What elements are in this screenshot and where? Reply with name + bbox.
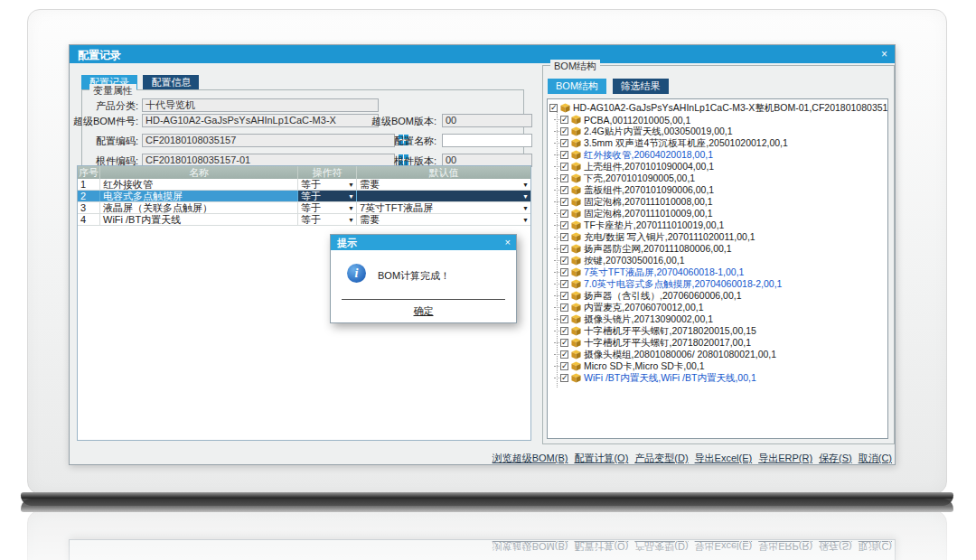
tree-item-label[interactable]: 按键,20703050016,00,1 [584, 255, 685, 266]
checkbox-checked-icon[interactable] [560, 186, 568, 194]
checkbox-checked-icon[interactable] [560, 139, 568, 147]
tree-item-label[interactable]: 红外接收管,20604020018,00,1 [584, 149, 713, 161]
tree-item-label[interactable]: 盖板组件,2070101090006,00,1 [584, 184, 714, 196]
tree-item-label[interactable]: TF卡座垫片,2070111010019,00,1 [584, 219, 724, 231]
tree-item-label[interactable]: 十字槽机牙平头螺钉,20718020017,00,1 [584, 337, 751, 349]
default-value-dropdown[interactable]: 需要▼ [357, 214, 530, 225]
tree-item[interactable]: 下壳,2070101090005,00,1 [548, 173, 887, 184]
checkbox-checked-icon[interactable] [560, 350, 568, 359]
tree-item[interactable]: Micro SD卡,Micro SD卡,00,1 [548, 360, 887, 372]
window-close-icon[interactable]: × [881, 48, 887, 61]
ok-button[interactable]: 确定 [331, 304, 516, 318]
tab-bom-structure[interactable]: BOM结构 [548, 79, 606, 94]
tab-filter-result[interactable]: 筛选结果 [613, 79, 669, 94]
checkbox-checked-icon[interactable] [560, 174, 568, 182]
tree-item[interactable]: 2.4G贴片内置天线,003050019,00,1 [548, 126, 887, 137]
chevron-down-icon[interactable]: ▼ [522, 214, 529, 225]
tree-item[interactable]: PCBA,00112010005,00,1 [548, 114, 887, 126]
config-code-field[interactable]: CF20180108035157 [142, 134, 395, 147]
checkbox-checked-icon[interactable] [560, 163, 568, 171]
tree-item[interactable]: 红外接收管,20604020018,00,1 [548, 149, 887, 161]
operator-dropdown[interactable]: 等于▼ [298, 214, 357, 225]
tree-item-label[interactable]: 扬声器防尘网,2070111080006,00,1 [584, 243, 732, 255]
tree-item-label[interactable]: PCBA,00112010005,00,1 [584, 115, 690, 126]
tree-item[interactable]: 固定泡棉,2070111010008,00,1 [548, 196, 887, 208]
default-value-dropdown[interactable]: 需要▼ [357, 179, 530, 190]
tree-item[interactable]: WiFi /BT内置天线,WiFi /BT内置天线,00,1 [548, 372, 887, 384]
checkbox-checked-icon[interactable] [560, 151, 568, 159]
chevron-down-icon[interactable]: ▼ [348, 191, 354, 201]
checkbox-checked-icon[interactable] [560, 339, 568, 347]
operator-dropdown[interactable]: 等于▼ [298, 179, 357, 190]
footer-link[interactable]: 导出Excel(E) [695, 453, 753, 463]
tree-item[interactable]: 盖板组件,2070101090006,00,1 [548, 184, 887, 196]
checkbox-checked-icon[interactable] [560, 210, 568, 218]
checkbox-checked-icon[interactable] [560, 303, 568, 312]
tree-item[interactable]: 内置麦克,20706070012,00,1 [548, 302, 887, 313]
checkbox-checked-icon[interactable] [560, 257, 568, 265]
chevron-down-icon[interactable]: ▼ [348, 214, 354, 225]
tree-item-label[interactable]: HD-AG10A2-GaJsPsYsAHInLp1CaC-M3-X整机BOM-0… [573, 102, 887, 114]
tree-item-label[interactable]: 十字槽机牙平头螺钉,20718020015,00,15 [584, 325, 756, 337]
footer-link[interactable]: 配置计算(O) [574, 453, 628, 463]
chevron-down-icon[interactable]: ▼ [348, 202, 354, 213]
checkbox-checked-icon[interactable] [549, 104, 558, 112]
config-name-input[interactable] [442, 134, 532, 147]
tree-item[interactable]: 固定泡棉,2070111010009,00,1 [548, 208, 887, 219]
tree-item[interactable]: 十字槽机牙平头螺钉,20718020015,00,15 [548, 325, 887, 337]
tree-item-label[interactable]: 3.5mm 双声道4节沉板耳机座,20501020012,00,1 [584, 137, 788, 149]
tree-item[interactable]: 充电/数据 写入铜片,2070111020011,00,1 [548, 231, 887, 243]
tree-item-label[interactable]: 扬声器（含引线）,20706060006,00,1 [584, 290, 742, 302]
tab-config-info[interactable]: 配置信息 [143, 75, 199, 90]
tree-item[interactable]: TF卡座垫片,2070111010019,00,1 [548, 219, 887, 231]
chevron-down-icon[interactable]: ▼ [522, 191, 529, 201]
footer-link[interactable]: 取消(C) [859, 453, 892, 463]
operator-dropdown[interactable]: 等于▼ [298, 191, 357, 201]
footer-link[interactable]: 保存(S) [819, 453, 852, 463]
footer-link[interactable]: 产品变型(D) [634, 453, 688, 463]
tree-item[interactable]: 3.5mm 双声道4节沉板耳机座,20501020012,00,1 [548, 137, 887, 149]
checkbox-checked-icon[interactable] [560, 374, 568, 382]
checkbox-checked-icon[interactable] [560, 198, 568, 206]
footer-link[interactable]: 浏览超级BOM(B) [493, 453, 568, 463]
default-value-dropdown[interactable]: ▼ [357, 191, 530, 201]
tree-item[interactable]: 7英寸TFT液晶屏,20704060018-1,00,1 [548, 266, 887, 278]
chevron-down-icon[interactable]: ▼ [348, 179, 354, 190]
checkbox-checked-icon[interactable] [560, 127, 568, 135]
tree-item[interactable]: 扬声器防尘网,2070111080006,00,1 [548, 243, 887, 255]
table-row[interactable]: 3 液晶屏（关联多点触屏） 等于▼ 7英寸TFT液晶屏▼ [78, 202, 530, 214]
tree-item-label[interactable]: 充电/数据 写入铜片,2070111020011,00,1 [584, 231, 755, 243]
tree-item[interactable]: 十字槽机牙平头螺钉,20718020017,00,1 [548, 337, 887, 349]
tree-item-label[interactable]: 上壳组件,2070101090004,00,1 [584, 161, 714, 173]
operator-dropdown[interactable]: 等于▼ [298, 202, 357, 213]
checkbox-checked-icon[interactable] [560, 245, 568, 253]
tree-item-label[interactable]: 7英寸TFT液晶屏,20704060018-1,00,1 [584, 266, 744, 278]
tree-item-label[interactable]: 固定泡棉,2070111010008,00,1 [584, 196, 713, 208]
checkbox-checked-icon[interactable] [560, 292, 568, 300]
tree-item[interactable]: HD-AG10A2-GaJsPsYsAHInLp1CaC-M3-X整机BOM-0… [548, 102, 887, 114]
tree-item[interactable]: 摄像头镜片,20713090002,00,1 [548, 313, 887, 325]
checkbox-checked-icon[interactable] [560, 362, 568, 370]
tree-item-label[interactable]: 摄像头模组,20801080006/ 20801080021,00,1 [584, 349, 776, 360]
checkbox-checked-icon[interactable] [560, 116, 568, 124]
tree-item-label[interactable]: 内置麦克,20706070012,00,1 [584, 302, 704, 313]
chevron-down-icon[interactable]: ▼ [522, 179, 529, 190]
tree-item[interactable]: 摄像头模组,20801080006/ 20801080021,00,1 [548, 349, 887, 360]
tree-item-label[interactable]: Micro SD卡,Micro SD卡,00,1 [584, 360, 705, 372]
table-row[interactable]: 1 红外接收管 等于▼ 需要▼ [78, 179, 530, 191]
tree-item-label[interactable]: 7.0英寸电容式多点触摸屏,20704060018-2,00,1 [584, 278, 782, 290]
tree-item-label[interactable]: 2.4G贴片内置天线,003050019,00,1 [584, 126, 733, 137]
checkbox-checked-icon[interactable] [560, 327, 568, 335]
chevron-down-icon[interactable]: ▼ [522, 202, 529, 213]
tree-item-label[interactable]: 固定泡棉,2070111010009,00,1 [584, 208, 713, 219]
tree-item[interactable]: 7.0英寸电容式多点触摸屏,20704060018-2,00,1 [548, 278, 887, 290]
super-bom-version-field[interactable]: 00 [442, 114, 532, 127]
tree-item-label[interactable]: 下壳,2070101090005,00,1 [584, 173, 695, 184]
table-row[interactable]: 2 电容式多点触摸屏 等于▼ ▼ [78, 191, 530, 202]
tree-item-label[interactable]: WiFi /BT内置天线,WiFi /BT内置天线,00,1 [584, 372, 756, 384]
checkbox-checked-icon[interactable] [560, 315, 568, 323]
checkbox-checked-icon[interactable] [560, 233, 568, 241]
product-category-field[interactable]: 十代导览机 [142, 98, 379, 112]
checkbox-checked-icon[interactable] [560, 268, 568, 276]
super-bom-field[interactable]: HD-AG10A2-GaJsPsYsAHInLp1CaC-M3-X [142, 114, 379, 127]
